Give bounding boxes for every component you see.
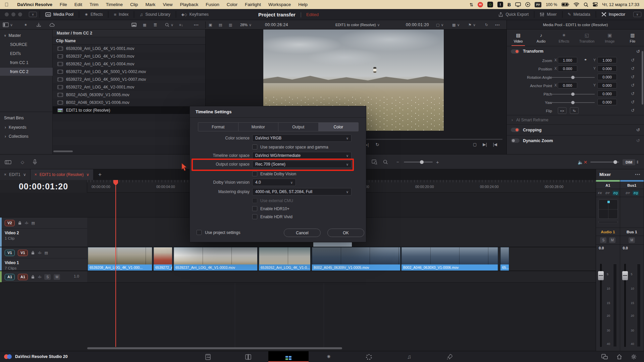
- timeline-list-row[interactable]: EDIT1 to color (Resolve): [53, 106, 205, 114]
- solo-button[interactable]: S: [44, 274, 51, 280]
- mastering-display-select[interactable]: 4000-nit, P3, D65, ST.2084, Full∨: [252, 188, 352, 195]
- timeline-color-space-select[interactable]: DaVinci WG/Intermediate∨: [252, 152, 352, 159]
- window-traffic-lights[interactable]: [0, 12, 26, 16]
- next-marker-icon[interactable]: ▶|: [483, 142, 487, 147]
- quick-export-button[interactable]: Quick Export: [493, 9, 534, 20]
- ok-button[interactable]: OK: [327, 229, 364, 237]
- sidebar-item-from-cc-2[interactable]: from CC 2: [0, 68, 53, 76]
- multicam-icon[interactable]: ▥: [229, 20, 232, 29]
- track-level-a1[interactable]: 1.0: [74, 274, 79, 278]
- spotlight-search-icon[interactable]: [584, 2, 588, 8]
- link-icon[interactable]: ⚭: [584, 58, 587, 62]
- row-reset-icon[interactable]: ↺: [631, 74, 635, 79]
- alert-app-icon[interactable]: !: [497, 2, 503, 7]
- monitor-volume-slider[interactable]: [590, 155, 619, 170]
- cancel-button[interactable]: Cancel: [284, 229, 321, 237]
- inspector-tab-image[interactable]: ▣Image: [598, 29, 621, 46]
- timeline-tools-icon[interactable]: [5, 155, 11, 170]
- menubar-item-color[interactable]: Color: [227, 2, 237, 7]
- value-field-y[interactable]: 1.000: [597, 57, 617, 63]
- track-lane-a1[interactable]: [87, 271, 596, 283]
- strip-name[interactable]: Bus1: [620, 182, 644, 189]
- menubar-item-fairlight[interactable]: Fairlight: [245, 2, 261, 7]
- track-header-v1[interactable]: V1V1‹I›▤ Video 1 7 Clips: [0, 247, 87, 271]
- fader-handle[interactable]: [622, 271, 628, 280]
- zoom-tool-icon[interactable]: [383, 155, 388, 170]
- row-reset-icon[interactable]: ↺: [631, 91, 635, 96]
- zoom-in-icon[interactable]: +: [436, 155, 439, 170]
- flip-vertical-button[interactable]: ▾̅▴: [570, 107, 579, 114]
- strip-name[interactable]: A1: [596, 182, 620, 189]
- sidebar-item-from-cc-1[interactable]: from CC 1: [0, 59, 53, 67]
- menubar-item-clip[interactable]: Clip: [130, 2, 138, 7]
- section-cropping[interactable]: Cropping↺: [507, 124, 644, 135]
- auto-select-icon[interactable]: ‹I›: [25, 221, 28, 225]
- dim-button[interactable]: DIM: [623, 155, 635, 170]
- section-toggle[interactable]: [511, 128, 520, 132]
- sidebar-item-keywords[interactable]: ›Keywords: [0, 123, 53, 131]
- smart-bins-header[interactable]: Smart Bins: [0, 114, 53, 122]
- toolbar-effects-button[interactable]: ✷Effects: [79, 9, 108, 20]
- voiceover-mic-icon[interactable]: [33, 155, 37, 170]
- cut-page-button[interactable]: [228, 351, 268, 362]
- track-header-a1[interactable]: A1A1‹I›SM 1.0: [0, 271, 87, 283]
- sidebar-item-source[interactable]: SOURCE: [0, 41, 53, 49]
- inspector-tab-video[interactable]: ▤Video: [507, 29, 530, 46]
- flip-horizontal-button[interactable]: ▸|◂: [558, 107, 567, 114]
- pan-pad[interactable]: [598, 199, 618, 219]
- thumbnail-view-icon[interactable]: [131, 20, 137, 29]
- sort-icon[interactable]: ≡↓: [179, 20, 183, 29]
- inspector-tab-audio[interactable]: ♪Audio: [530, 29, 552, 46]
- section-reset-icon[interactable]: ↺: [636, 138, 640, 143]
- value-slider[interactable]: [552, 94, 595, 95]
- match-frame-icon[interactable]: ▢: [473, 142, 477, 147]
- inspector-scrollbar[interactable]: [642, 51, 643, 105]
- viewer-zoom-select[interactable]: 28%∨: [240, 20, 252, 29]
- section-reset-icon[interactable]: ↺: [636, 127, 640, 132]
- fx-button-dy[interactable]: DY: [625, 191, 631, 195]
- close-icon[interactable]: ×: [35, 172, 37, 177]
- play-circle-icon[interactable]: [525, 2, 530, 8]
- grid-view-icon[interactable]: ▦: [143, 20, 146, 29]
- viewer-refresh-icon[interactable]: ↻: [485, 20, 488, 29]
- fairlight-page-button[interactable]: ♫: [389, 351, 429, 362]
- notification-badge-icon[interactable]: 03: [478, 2, 483, 7]
- app-menu-name[interactable]: DaVinci Resolve: [17, 2, 52, 7]
- timeline-tab-2[interactable]: ×EDIT1 to color (Resolve)∨: [31, 169, 94, 180]
- pan-position-dot[interactable]: [607, 201, 610, 203]
- dialog-tab-format[interactable]: Format: [198, 123, 238, 131]
- sidebar-item-master[interactable]: ∨Master: [0, 32, 53, 40]
- control-center-icon[interactable]: [593, 2, 598, 8]
- timeline-clip[interactable]: 6539262_Arri_LOG_4K_V1-0...: [259, 247, 311, 271]
- enable-hdr-vivid-checkbox[interactable]: [252, 214, 257, 219]
- mute-button[interactable]: M: [629, 237, 635, 243]
- fx-button-eq[interactable]: EQ: [633, 191, 639, 195]
- auto-select-icon[interactable]: ‹I›: [38, 275, 41, 279]
- viewer-dashed-icon[interactable]: ▤: [219, 20, 222, 29]
- value-field[interactable]: 0.000: [597, 99, 617, 105]
- use-separate-color-space-and-gamma-checkbox[interactable]: [252, 144, 257, 149]
- pan-bar[interactable]: [598, 221, 618, 223]
- auto-select-icon[interactable]: ‹I›: [38, 251, 41, 255]
- menubar-item-mark[interactable]: Mark: [145, 2, 155, 7]
- dialog-tab-color[interactable]: Color: [319, 123, 359, 131]
- viewer-mark-icon[interactable]: ▩∨: [452, 20, 460, 29]
- enable-dolby-vision-checkbox[interactable]: [252, 171, 257, 176]
- mute-speaker-icon[interactable]: 🔈✕: [578, 155, 587, 170]
- mixer-options-icon[interactable]: •••: [635, 173, 641, 176]
- transform-toggle[interactable]: [511, 49, 520, 54]
- media-clip-row[interactable]: B002_A045_06309V_V1-0005.mov: [53, 91, 205, 99]
- value-field[interactable]: 0.000: [597, 90, 617, 97]
- prev-marker-icon[interactable]: |◀: [493, 142, 497, 147]
- timeline-tab-1[interactable]: ×EDIT1∨: [0, 169, 31, 180]
- edit-page-button[interactable]: [268, 351, 309, 362]
- media-search-icon[interactable]: ∨: [165, 20, 173, 29]
- inspector-tab-file[interactable]: ▥File: [621, 29, 644, 46]
- bitcoin-app-icon[interactable]: Ƀ: [507, 2, 511, 8]
- value-field-y[interactable]: 0.000: [597, 82, 617, 88]
- clip-name-column-header[interactable]: Clip Name: [53, 37, 205, 45]
- diamond-app-icon[interactable]: ◇: [487, 2, 493, 7]
- media-clip-row[interactable]: 6539272_Arri_LOG_4K_S000_V1-0007.mov: [53, 75, 205, 83]
- value-field-y[interactable]: 0.000: [597, 65, 617, 72]
- playhead-line[interactable]: [115, 186, 116, 347]
